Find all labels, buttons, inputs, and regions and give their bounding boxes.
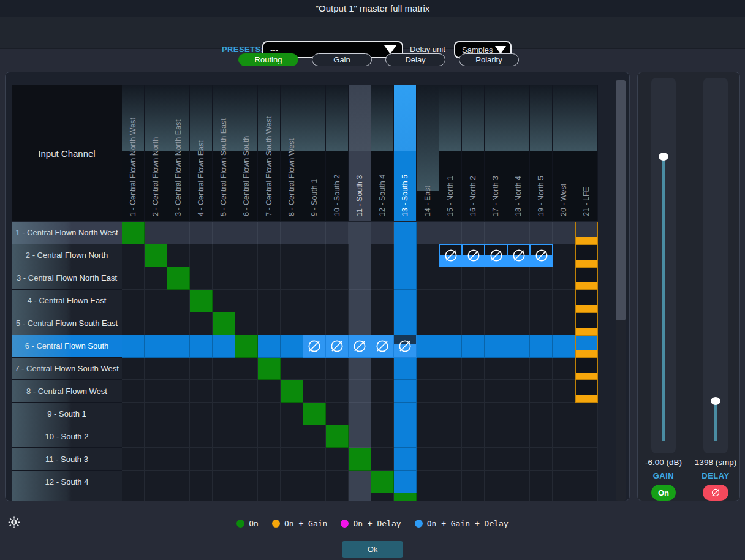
matrix-cell[interactable] bbox=[394, 448, 417, 471]
matrix-cell[interactable] bbox=[462, 244, 485, 267]
matrix-cell[interactable] bbox=[167, 448, 190, 471]
column-header[interactable]: 13 - South 5 bbox=[394, 85, 417, 221]
matrix-cell[interactable] bbox=[394, 380, 417, 403]
matrix-cell[interactable] bbox=[167, 267, 190, 290]
matrix-cell[interactable] bbox=[122, 380, 145, 403]
matrix-cell[interactable] bbox=[553, 312, 575, 335]
matrix-cell[interactable] bbox=[281, 425, 303, 448]
matrix-cell[interactable] bbox=[303, 267, 326, 290]
matrix-cell[interactable] bbox=[145, 222, 167, 244]
matrix-cell[interactable] bbox=[394, 244, 417, 267]
matrix-cell[interactable] bbox=[258, 312, 281, 335]
delay-slider-thumb[interactable] bbox=[711, 397, 720, 405]
matrix-cell[interactable] bbox=[258, 244, 281, 267]
matrix-cell[interactable] bbox=[167, 335, 190, 358]
matrix-cell[interactable] bbox=[281, 222, 303, 244]
matrix-cell[interactable] bbox=[485, 471, 507, 493]
matrix-cell[interactable] bbox=[507, 335, 530, 358]
matrix-cell[interactable] bbox=[122, 222, 145, 244]
matrix-cell[interactable] bbox=[394, 335, 417, 358]
column-header[interactable]: 5 - Central Flown South East bbox=[213, 85, 235, 221]
matrix-cell[interactable] bbox=[394, 222, 417, 244]
matrix-cell[interactable] bbox=[575, 380, 598, 403]
matrix-cell[interactable] bbox=[122, 290, 145, 312]
matrix-cell[interactable] bbox=[417, 244, 439, 267]
column-header[interactable]: 15 - North 1 bbox=[439, 85, 462, 221]
matrix-cell[interactable] bbox=[439, 335, 462, 358]
column-header[interactable]: 17 - North 3 bbox=[485, 85, 507, 221]
matrix-cell[interactable] bbox=[281, 493, 303, 501]
matrix-cell[interactable] bbox=[190, 244, 213, 267]
matrix-cell[interactable] bbox=[303, 493, 326, 501]
matrix-cell[interactable] bbox=[371, 358, 394, 380]
column-header[interactable]: 8 - Central Flown West bbox=[281, 85, 303, 221]
matrix-cell[interactable] bbox=[190, 493, 213, 501]
matrix-cell[interactable] bbox=[326, 290, 349, 312]
matrix-cell[interactable] bbox=[507, 493, 530, 501]
matrix-cell[interactable] bbox=[394, 403, 417, 425]
matrix-cell[interactable] bbox=[190, 471, 213, 493]
matrix-cell[interactable] bbox=[439, 380, 462, 403]
matrix-cell[interactable] bbox=[530, 380, 553, 403]
matrix-cell[interactable] bbox=[485, 358, 507, 380]
matrix-cell[interactable] bbox=[485, 448, 507, 471]
matrix-cell[interactable] bbox=[213, 471, 235, 493]
matrix-cell[interactable] bbox=[462, 290, 485, 312]
matrix-cell[interactable] bbox=[553, 471, 575, 493]
matrix-cell[interactable] bbox=[167, 222, 190, 244]
matrix-cell[interactable] bbox=[213, 267, 235, 290]
matrix-cell[interactable] bbox=[507, 403, 530, 425]
matrix-cell[interactable] bbox=[326, 471, 349, 493]
matrix-cell[interactable] bbox=[235, 425, 258, 448]
matrix-cell[interactable] bbox=[235, 222, 258, 244]
matrix-cell[interactable] bbox=[235, 493, 258, 501]
matrix-cell[interactable] bbox=[417, 403, 439, 425]
matrix-cell[interactable] bbox=[371, 471, 394, 493]
tab-routing[interactable]: Routing bbox=[238, 53, 298, 66]
column-header[interactable]: 7 - Central Flown South West bbox=[258, 85, 281, 221]
matrix-cell[interactable] bbox=[575, 448, 598, 471]
matrix-cell[interactable] bbox=[145, 244, 167, 267]
matrix-cell[interactable] bbox=[553, 448, 575, 471]
matrix-cell[interactable] bbox=[530, 290, 553, 312]
matrix-cell[interactable] bbox=[507, 222, 530, 244]
matrix-cell[interactable] bbox=[190, 222, 213, 244]
matrix-cell[interactable] bbox=[281, 267, 303, 290]
matrix-cell[interactable] bbox=[122, 267, 145, 290]
row-label[interactable]: 13 - South 5 bbox=[12, 493, 122, 501]
matrix-cell[interactable] bbox=[145, 448, 167, 471]
matrix-cell[interactable] bbox=[349, 312, 371, 335]
matrix-cell[interactable] bbox=[394, 425, 417, 448]
matrix-cell[interactable] bbox=[213, 448, 235, 471]
matrix-cell[interactable] bbox=[417, 267, 439, 290]
matrix-cell[interactable] bbox=[167, 493, 190, 501]
row-label[interactable]: 1 - Central Flown North West bbox=[12, 222, 122, 244]
matrix-cell[interactable] bbox=[281, 403, 303, 425]
matrix-cell[interactable] bbox=[439, 290, 462, 312]
matrix-cell[interactable] bbox=[303, 448, 326, 471]
matrix-cell[interactable] bbox=[371, 290, 394, 312]
matrix-cell[interactable] bbox=[371, 312, 394, 335]
matrix-cell[interactable] bbox=[530, 471, 553, 493]
column-header[interactable]: 2 - Central Flown North bbox=[145, 85, 167, 221]
matrix-cell[interactable] bbox=[145, 358, 167, 380]
row-label[interactable]: 11 - South 3 bbox=[12, 448, 122, 471]
matrix-cell[interactable] bbox=[281, 471, 303, 493]
matrix-cell[interactable] bbox=[213, 335, 235, 358]
matrix-cell[interactable] bbox=[213, 380, 235, 403]
matrix-cell[interactable] bbox=[258, 267, 281, 290]
matrix-cell[interactable] bbox=[530, 493, 553, 501]
matrix-cell[interactable] bbox=[167, 425, 190, 448]
gain-slider-thumb[interactable] bbox=[659, 153, 668, 161]
matrix-cell[interactable] bbox=[417, 222, 439, 244]
matrix-cell[interactable] bbox=[281, 244, 303, 267]
matrix-cell[interactable] bbox=[235, 244, 258, 267]
matrix-cell[interactable] bbox=[213, 493, 235, 501]
matrix-scrollbar[interactable] bbox=[616, 80, 626, 501]
matrix-cell[interactable] bbox=[485, 335, 507, 358]
matrix-cell[interactable] bbox=[167, 380, 190, 403]
row-label[interactable]: 4 - Central Flown East bbox=[12, 290, 122, 312]
matrix-cell[interactable] bbox=[575, 267, 598, 290]
matrix-cell[interactable] bbox=[553, 380, 575, 403]
matrix-cell[interactable] bbox=[417, 290, 439, 312]
